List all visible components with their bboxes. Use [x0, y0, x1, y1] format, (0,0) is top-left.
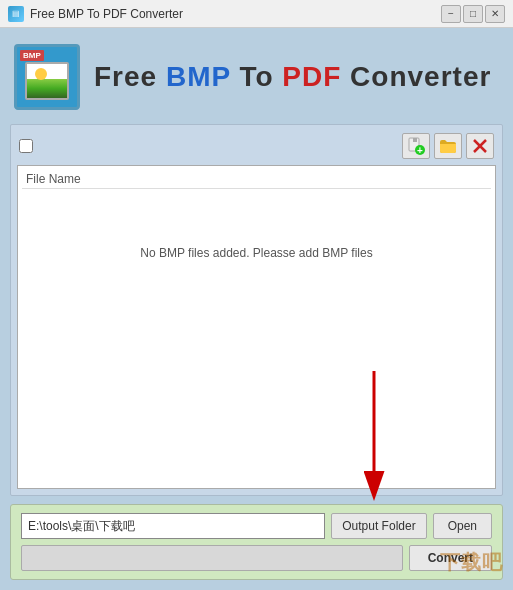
title-to: To [231, 61, 283, 92]
app-title: Free BMP To PDF Converter [30, 7, 183, 21]
app-icon: ▤ [8, 6, 24, 22]
file-list-header: File Name [22, 170, 491, 189]
bottom-row-2: Convert [21, 545, 492, 571]
bmp-label: BMP [20, 50, 44, 61]
folder-button[interactable] [434, 133, 462, 159]
main-area: BMP Free BMP To PDF Converter + [0, 28, 513, 590]
title-pdf: PDF [282, 61, 341, 92]
add-icon: + [406, 136, 426, 156]
title-bar-controls: − □ ✕ [441, 5, 505, 23]
remove-button[interactable] [466, 133, 494, 159]
output-folder-button[interactable]: Output Folder [331, 513, 426, 539]
file-list-area: File Name No BMP files added. Pleasse ad… [17, 165, 496, 489]
app-logo: BMP [14, 44, 80, 110]
remove-icon [470, 136, 490, 156]
title-converter: Converter [341, 61, 491, 92]
bottom-section: Output Folder Open Convert [10, 504, 503, 580]
title-free: Free [94, 61, 166, 92]
title-bmp: BMP [166, 61, 231, 92]
logo-image [25, 62, 69, 100]
file-toolbar-left [19, 139, 33, 153]
maximize-button[interactable]: □ [463, 5, 483, 23]
close-button[interactable]: ✕ [485, 5, 505, 23]
file-section: + File Name No BMP [10, 124, 503, 496]
svg-text:+: + [417, 145, 423, 156]
title-bar-left: ▤ Free BMP To PDF Converter [8, 6, 183, 22]
bottom-row-1: Output Folder Open [21, 513, 492, 539]
open-button[interactable]: Open [433, 513, 492, 539]
output-path-input[interactable] [21, 513, 325, 539]
folder-icon [438, 136, 458, 156]
title-bar: ▤ Free BMP To PDF Converter − □ ✕ [0, 0, 513, 28]
file-list-empty: No BMP files added. Pleasse add BMP file… [22, 193, 491, 313]
progress-bar [21, 545, 403, 571]
select-all-checkbox[interactable] [19, 139, 33, 153]
minimize-button[interactable]: − [441, 5, 461, 23]
convert-button[interactable]: Convert [409, 545, 492, 571]
file-toolbar: + [17, 131, 496, 161]
add-file-button[interactable]: + [402, 133, 430, 159]
file-toolbar-right: + [402, 133, 494, 159]
header: BMP Free BMP To PDF Converter [10, 38, 503, 114]
svg-rect-1 [413, 138, 417, 142]
header-title: Free BMP To PDF Converter [94, 61, 491, 93]
